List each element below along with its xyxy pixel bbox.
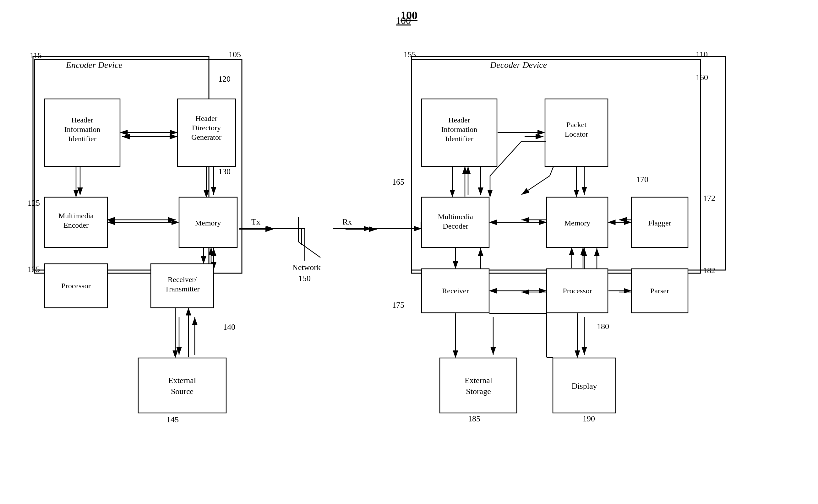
arrows-svg [0, 0, 818, 504]
svg-rect-4 [412, 57, 726, 270]
svg-rect-3 [33, 57, 209, 270]
diagram-title: 100 [400, 9, 418, 22]
diagram: 100 [0, 0, 818, 504]
svg-line-14 [298, 242, 320, 257]
